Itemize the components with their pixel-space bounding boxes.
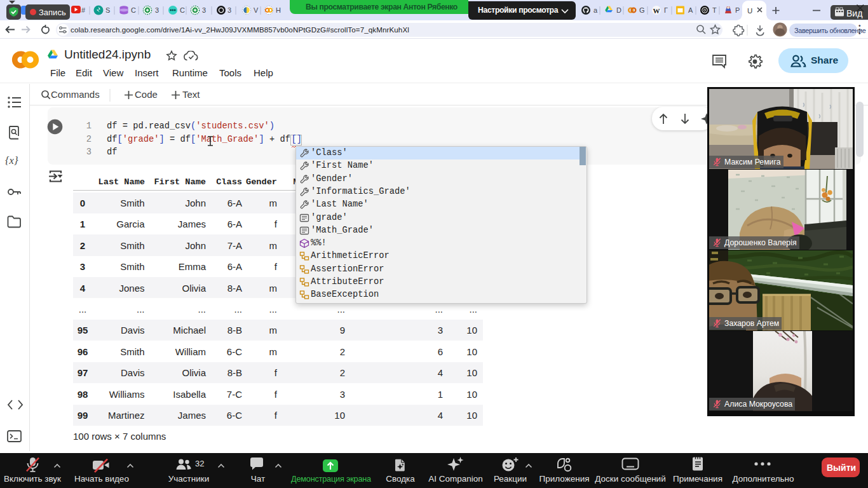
svg-text:3: 3: [227, 6, 231, 14]
svg-text:H: H: [276, 6, 281, 14]
svg-text:a: a: [593, 6, 598, 14]
svg-text:W: W: [653, 7, 660, 15]
svg-text:3: 3: [155, 6, 159, 14]
svg-text:U: U: [747, 7, 752, 15]
svg-text:P: P: [735, 6, 740, 14]
svg-text:C: C: [180, 6, 185, 14]
svg-text:D: D: [616, 6, 621, 14]
svg-text:Г: Г: [664, 6, 668, 14]
svg-text:3: 3: [202, 6, 206, 14]
svg-text:Запись: Запись: [39, 8, 66, 17]
svg-text:V: V: [254, 6, 259, 14]
svg-text:T: T: [712, 6, 717, 14]
svg-text:G: G: [639, 6, 645, 14]
svg-text:A: A: [688, 6, 693, 14]
